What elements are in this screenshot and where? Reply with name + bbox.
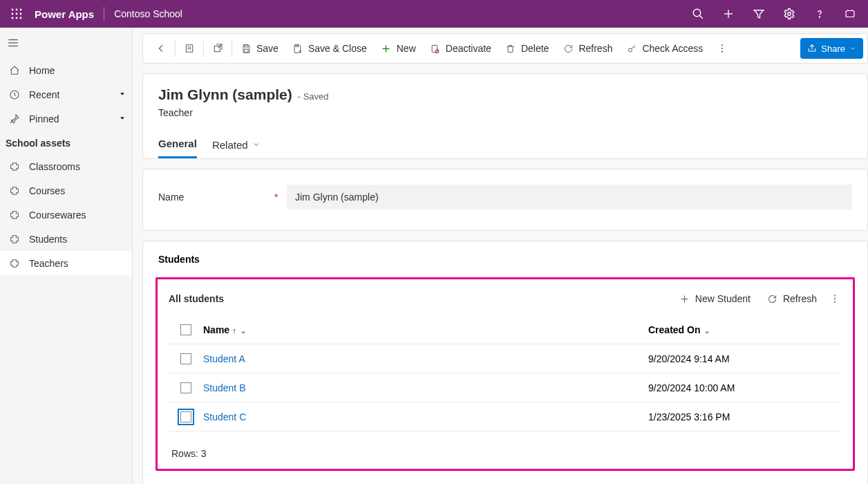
tab-general[interactable]: General: [158, 138, 197, 158]
svg-point-0: [12, 9, 14, 11]
student-link[interactable]: Student C: [203, 411, 246, 422]
chevron-down-icon: [118, 113, 126, 124]
save-close-icon: [292, 43, 303, 54]
svg-rect-15: [846, 11, 854, 17]
cmd-label: Delete: [521, 43, 549, 54]
save-button[interactable]: Save: [234, 36, 285, 61]
student-link[interactable]: Student B: [203, 382, 246, 393]
search-icon[interactable]: [683, 0, 713, 28]
refresh-icon: [563, 43, 574, 54]
puzzle-icon: [8, 185, 21, 197]
clock-icon: [8, 89, 21, 101]
settings-icon[interactable]: [774, 0, 804, 28]
tab-related[interactable]: Related: [212, 138, 261, 158]
nav-teachers[interactable]: Teachers: [0, 251, 132, 275]
nav-label: Students: [29, 234, 126, 245]
help-icon[interactable]: [804, 0, 835, 28]
back-button[interactable]: [149, 36, 173, 61]
save-close-button[interactable]: Save & Close: [285, 36, 374, 61]
subgrid-more-icon[interactable]: [825, 288, 845, 310]
refresh-button[interactable]: Refresh: [556, 36, 619, 61]
svg-point-1: [16, 9, 18, 11]
trash-icon: [505, 43, 516, 54]
nav-group-title: School assets: [0, 131, 132, 154]
svg-rect-25: [245, 44, 248, 46]
row-checkbox[interactable]: [169, 353, 203, 364]
task-flow-icon[interactable]: [177, 36, 202, 61]
app-launcher-icon[interactable]: [3, 0, 30, 28]
svg-point-5: [20, 13, 22, 15]
check-access-button[interactable]: Check Access: [619, 36, 710, 61]
name-input[interactable]: [287, 185, 852, 210]
section-title: Students: [158, 254, 855, 265]
select-all-checkbox[interactable]: [169, 324, 203, 335]
nav-home[interactable]: Home: [0, 58, 132, 82]
required-indicator: *: [274, 192, 278, 203]
filter-icon[interactable]: [744, 0, 774, 28]
add-icon[interactable]: [713, 0, 744, 28]
svg-point-2: [20, 9, 22, 11]
svg-point-14: [819, 17, 820, 17]
record-title: Jim Glynn (sample): [158, 86, 292, 103]
grid-row[interactable]: Student C 1/23/2025 3:16 PM: [169, 402, 842, 431]
key-icon: [626, 43, 637, 54]
form-section: Name *: [142, 169, 868, 231]
deactivate-button[interactable]: Deactivate: [423, 36, 498, 61]
svg-point-13: [788, 12, 791, 16]
new-button[interactable]: New: [374, 36, 423, 61]
column-header-name[interactable]: Name↑⌄: [203, 324, 648, 335]
student-link[interactable]: Student A: [203, 353, 245, 364]
nav-students[interactable]: Students: [0, 227, 132, 251]
nav-recent[interactable]: Recent: [0, 82, 132, 106]
puzzle-icon: [8, 257, 21, 270]
chevron-down-icon: ⌄: [704, 327, 710, 335]
nav-courses[interactable]: Courses: [0, 178, 132, 203]
delete-button[interactable]: Delete: [498, 36, 556, 61]
cmd-label: New: [397, 43, 416, 54]
nav-label: Teachers: [29, 258, 126, 269]
svg-point-34: [721, 44, 723, 46]
copilot-icon[interactable]: [835, 0, 865, 28]
nav-coursewares[interactable]: Coursewares: [0, 203, 132, 227]
svg-point-4: [16, 13, 18, 15]
svg-point-6: [12, 17, 14, 19]
new-student-button[interactable]: New Student: [671, 288, 759, 310]
chevron-down-icon: ⌄: [240, 327, 246, 335]
cell-created: 9/20/2024 9:14 AM: [648, 353, 842, 364]
pin-icon: [8, 113, 21, 125]
grid-header-row: Name↑⌄ Created On⌄: [169, 315, 842, 344]
nav-label: Classrooms: [29, 161, 126, 172]
svg-point-8: [20, 17, 22, 19]
save-icon: [240, 43, 252, 54]
subgrid-refresh-button[interactable]: Refresh: [759, 288, 825, 310]
cmd-label: Save & Close: [308, 43, 367, 54]
column-header-created[interactable]: Created On⌄: [648, 324, 842, 335]
puzzle-icon: [8, 209, 21, 221]
environment-name[interactable]: Contoso School: [114, 8, 182, 19]
nav-label: Pinned: [29, 113, 118, 124]
divider: [104, 7, 104, 21]
record-saved-indicator: - Saved: [298, 91, 329, 102]
cell-created: 9/20/2024 10:00 AM: [648, 382, 842, 393]
svg-rect-30: [432, 45, 437, 52]
svg-point-3: [12, 13, 14, 15]
nav-classrooms[interactable]: Classrooms: [0, 154, 132, 178]
menu-icon[interactable]: [7, 37, 19, 49]
grid-row[interactable]: Student A 9/20/2024 9:14 AM: [169, 344, 842, 373]
students-grid: Name↑⌄ Created On⌄ Student A 9/20/2024 9…: [169, 315, 842, 431]
svg-point-40: [834, 298, 836, 299]
chevron-down-icon: [118, 89, 126, 100]
share-button[interactable]: Share: [800, 38, 863, 59]
nav-label: Courses: [29, 185, 126, 196]
open-new-window-icon[interactable]: [205, 36, 230, 61]
row-checkbox[interactable]: [169, 382, 203, 393]
svg-point-7: [16, 17, 18, 19]
more-commands-icon[interactable]: [710, 36, 735, 61]
grid-row[interactable]: Student B 9/20/2024 10:00 AM: [169, 373, 842, 402]
sort-asc-icon: ↑: [232, 326, 236, 335]
cmd-label: Share: [821, 44, 845, 54]
cmd-label: Refresh: [578, 43, 612, 54]
nav-pinned[interactable]: Pinned: [0, 106, 132, 131]
row-checkbox[interactable]: [169, 411, 203, 422]
puzzle-icon: [8, 160, 21, 173]
